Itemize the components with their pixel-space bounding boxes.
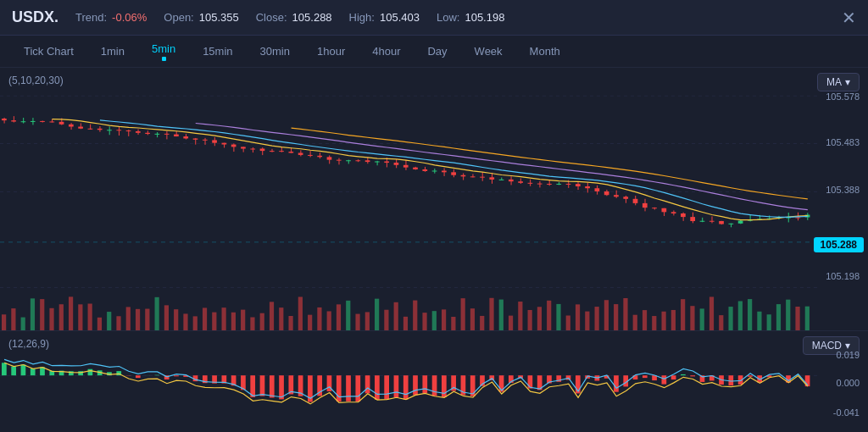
low-group: Low: 105.198 bbox=[437, 11, 504, 24]
macd-price-mid: 0.000 bbox=[836, 378, 860, 388]
timeframe-bar: Tick Chart1min5min15min30min1hour4hourDa… bbox=[0, 36, 868, 68]
trend-group: Trend: -0.06% bbox=[75, 11, 147, 24]
timeframe-day[interactable]: Day bbox=[415, 42, 459, 61]
high-group: High: 105.403 bbox=[349, 11, 420, 24]
open-value: 105.355 bbox=[199, 11, 239, 24]
open-label: Open: bbox=[164, 11, 193, 24]
symbol: USDX. bbox=[12, 8, 58, 26]
timeframe-tick-chart[interactable]: Tick Chart bbox=[12, 42, 86, 61]
macd-price-high: 0.019 bbox=[836, 350, 860, 360]
price-high: 105.578 bbox=[826, 91, 860, 102]
timeframe-15min[interactable]: 15min bbox=[191, 42, 244, 61]
macd-price-low: -0.041 bbox=[833, 407, 860, 418]
price-mid2: 105.388 bbox=[826, 185, 860, 195]
trend-label: Trend: bbox=[75, 11, 107, 24]
timeframe-5min[interactable]: 5min bbox=[140, 39, 187, 64]
low-label: Low: bbox=[437, 11, 459, 24]
open-group: Open: 105.355 bbox=[164, 11, 238, 24]
low-value: 105.198 bbox=[465, 11, 504, 24]
high-label: High: bbox=[349, 11, 375, 24]
main-canvas bbox=[0, 68, 868, 330]
high-value: 105.403 bbox=[380, 11, 420, 24]
close-button[interactable]: ✕ bbox=[842, 8, 856, 28]
chart-container: (5,10,20,30) MA ▾ 105.578 105.483 105.38… bbox=[0, 68, 868, 432]
header: USDX. Trend: -0.06% Open: 105.355 Close:… bbox=[0, 0, 868, 36]
timeframe-week[interactable]: Week bbox=[463, 42, 515, 61]
timeframe-4hour[interactable]: 4hour bbox=[360, 42, 412, 61]
timeframe-1hour[interactable]: 1hour bbox=[305, 42, 357, 61]
timeframe-month[interactable]: Month bbox=[518, 42, 572, 61]
price-mid3: 105.198 bbox=[826, 271, 860, 281]
close-value: 105.288 bbox=[292, 11, 332, 24]
price-mid1: 105.483 bbox=[826, 137, 860, 147]
main-chart: (5,10,20,30) MA ▾ 105.578 105.483 105.38… bbox=[0, 68, 868, 330]
close-group: Close: 105.288 bbox=[256, 11, 332, 24]
timeframe-1min[interactable]: 1min bbox=[89, 42, 136, 61]
timeframe-30min[interactable]: 30min bbox=[248, 42, 302, 61]
close-label: Close: bbox=[256, 11, 287, 24]
macd-canvas bbox=[0, 331, 868, 432]
current-price-badge: 105.288 bbox=[814, 237, 864, 252]
macd-chart: (12,26,9) MACD ▾ 0.019 0.000 -0.041 bbox=[0, 330, 868, 432]
trend-value: -0.06% bbox=[112, 11, 147, 24]
